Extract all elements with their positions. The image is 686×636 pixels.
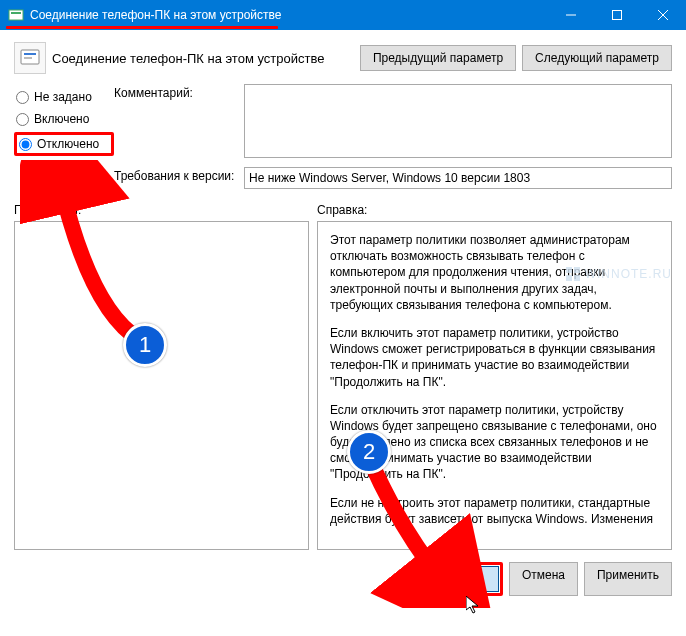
window-title: Соединение телефон-ПК на этом устройстве — [30, 8, 548, 22]
options-panel — [14, 221, 309, 550]
svg-rect-13 — [566, 275, 572, 281]
svg-rect-8 — [24, 57, 32, 59]
svg-rect-3 — [613, 11, 622, 20]
version-field — [244, 167, 672, 189]
radio-not-configured-label: Не задано — [34, 90, 92, 104]
cursor-icon — [466, 596, 486, 616]
annotation-badge-1: 1 — [123, 323, 167, 367]
radio-disabled[interactable]: Отключено — [14, 132, 114, 156]
watermark-text: WINNOTE.RU — [585, 267, 672, 281]
svg-rect-12 — [574, 267, 580, 273]
version-label: Требования к версии: — [114, 167, 244, 183]
header-row: Соединение телефон-ПК на этом устройстве… — [14, 42, 672, 74]
cancel-button[interactable]: Отмена — [509, 562, 578, 596]
annotation-badge-2: 2 — [347, 430, 391, 474]
help-label: Справка: — [317, 203, 672, 217]
radio-disabled-input[interactable] — [19, 138, 32, 151]
next-setting-button[interactable]: Следующий параметр — [522, 45, 672, 71]
prev-setting-button[interactable]: Предыдущий параметр — [360, 45, 516, 71]
app-icon — [8, 7, 24, 23]
ok-button[interactable]: ОК — [437, 566, 499, 592]
radio-enabled-label: Включено — [34, 112, 89, 126]
policy-icon — [14, 42, 46, 74]
svg-rect-1 — [11, 12, 21, 14]
svg-rect-11 — [566, 267, 572, 273]
svg-rect-14 — [574, 275, 580, 281]
apply-button[interactable]: Применить — [584, 562, 672, 596]
radio-group: Не задано Включено Отключено — [14, 84, 114, 160]
page-title: Соединение телефон-ПК на этом устройстве — [52, 51, 360, 66]
help-text: Если включить этот параметр политики, ус… — [330, 325, 659, 390]
minimize-button[interactable] — [548, 0, 594, 30]
svg-marker-15 — [466, 596, 478, 613]
comment-textarea[interactable] — [244, 84, 672, 158]
radio-enabled-input[interactable] — [16, 113, 29, 126]
annotation-ok-highlight: ОК — [433, 562, 503, 596]
comment-label: Комментарий: — [114, 84, 244, 100]
maximize-button[interactable] — [594, 0, 640, 30]
radio-not-configured[interactable]: Не задано — [14, 88, 114, 106]
svg-rect-7 — [24, 53, 36, 55]
radio-not-configured-input[interactable] — [16, 91, 29, 104]
radio-disabled-label: Отключено — [37, 137, 99, 151]
watermark: WINNOTE.RU — [565, 266, 672, 282]
radio-enabled[interactable]: Включено — [14, 110, 114, 128]
options-label: Параметры: — [14, 203, 309, 217]
svg-rect-0 — [9, 10, 23, 20]
close-button[interactable] — [640, 0, 686, 30]
help-text: Если не настроить этот параметр политики… — [330, 495, 659, 527]
dialog-footer: ОК Отмена Применить — [14, 562, 672, 596]
annotation-title-underline — [6, 26, 278, 29]
